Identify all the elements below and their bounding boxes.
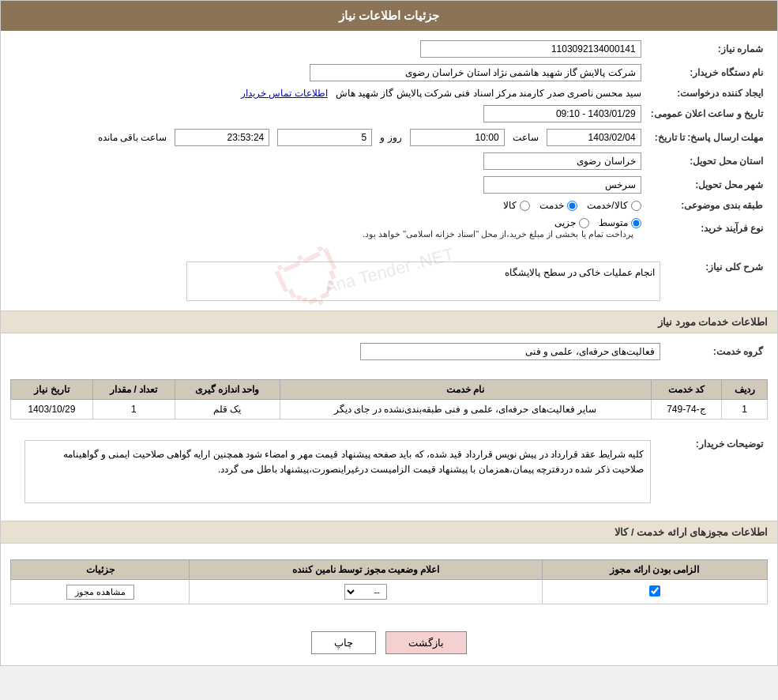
back-button[interactable]: بازگشت [385,631,467,654]
delivery-city-display: سرخس [483,176,641,194]
col-service-code: کد خدمت [651,380,721,400]
category-option-kala[interactable]: کالا [503,200,530,211]
response-days-label: روز و [380,132,401,143]
services-grid-header: ردیف کد خدمت نام خدمت واحد اندازه گیری ت… [11,380,768,400]
general-desc-label: شرح کلی نیاز: [665,255,768,307]
general-desc-display: انجام عملیات خاکی در سطح پالایشگاه [186,262,660,301]
purchase-type-row: نوع فرآیند خرید: متوسط جزیی پرداخت ت [10,214,768,243]
category-option-khedmat[interactable]: خدمت [539,200,577,211]
print-button[interactable]: چاپ [311,631,376,654]
delivery-city-value: سرخس [10,173,646,197]
purchase-type-value: متوسط جزیی پرداخت تمام یا بخشی از مبلغ خ… [10,214,646,243]
buyer-org-row: نام دستگاه خریدار: شرکت پالایش گاز شهید … [10,61,768,85]
delivery-province-value: خراسان رضوی [10,149,646,173]
response-time-label: ساعت [513,132,539,143]
delivery-city-row: شهر محل تحویل: سرخس [10,173,768,197]
permit-status-cell: -- دارم ندارم [190,580,543,604]
buyer-notes-label: توضیحات خریدار: [665,432,768,511]
service-group-display: فعالیت‌های حرفه‌ای، علمی و فنی [360,343,660,360]
general-desc-row: شرح کلی نیاز: انجام عملیات خاکی در سطح پ… [10,255,768,307]
page-header: جزئیات اطلاعات نیاز [1,1,777,31]
delivery-province-display: خراسان رضوی [483,152,641,170]
service-group-label: گروه خدمت: [665,340,768,363]
category-label: طبقه بندی موضوعی: [646,197,768,214]
col-permit-details: جزئیات [11,560,190,580]
permit-details-cell: مشاهده مجوز [11,580,190,604]
announce-datetime-value: 1403/01/29 - 09:10 [10,102,646,126]
permits-grid-header-row: الزامی بودن ارائه مجوز اعلام وضعیت مجوز … [11,560,768,580]
view-permit-button[interactable]: مشاهده مجوز [66,585,134,600]
services-section-header: اطلاعات خدمات مورد نیاز [1,310,777,333]
col-permit-status: اعلام وضعیت مجوز توسط نامین کننده [190,560,543,580]
col-radif: ردیف [722,380,768,400]
purchase-type-option-motavasset[interactable]: متوسط [599,217,641,228]
cell-service-code: ج-74-749 [651,400,721,420]
created-by-row: ایجاد کننده درخواست: سید محسن ناصری صدر … [10,85,768,102]
services-grid-header-row: ردیف کد خدمت نام خدمت واحد اندازه گیری ت… [11,380,768,400]
permit-table-row: -- دارم ندارم مشاهده مجوز [11,580,768,604]
buyer-notes-table: توضیحات خریدار: کلیه شرایط عقد قرارداد د… [10,432,768,511]
need-number-label: شماره نیاز: [646,37,768,61]
cell-date: 1403/10/29 [11,400,93,420]
contact-info-link[interactable]: اطلاعات تماس خریدار [241,88,328,99]
response-date-display: 1403/02/04 [547,129,641,146]
created-by-text: سید محسن ناصری صدر کارمند مرکز اسناد فنی… [336,88,641,99]
category-row: طبقه بندی موضوعی: کالا/خدمت خدمت [10,197,768,214]
col-unit: واحد اندازه گیری [175,380,280,400]
buyer-notes-row: توضیحات خریدار: کلیه شرایط عقد قرارداد د… [10,432,768,511]
main-info-section: شماره نیاز: 1103092134000141 نام دستگاه … [1,31,777,252]
response-remaining-label: ساعت باقی مانده [98,132,167,143]
delivery-city-label: شهر محل تحویل: [646,173,768,197]
permits-grid-body: -- دارم ندارم مشاهده مجوز [11,580,768,604]
buyer-org-label: نام دستگاه خریدار: [646,61,768,85]
permit-required-checkbox[interactable] [649,585,660,597]
category-radio-khedmat[interactable] [567,201,577,211]
announce-datetime-display: 1403/01/29 - 09:10 [483,105,641,122]
col-quantity: تعداد / مقدار [92,380,175,400]
service-group-value-cell: فعالیت‌های حرفه‌ای، علمی و فنی [10,340,665,363]
cell-unit: یک قلم [175,400,280,420]
page-wrapper: جزئیات اطلاعات نیاز شماره نیاز: 11030921… [0,0,778,666]
purchase-type-radio-motavasset[interactable] [631,218,641,228]
bottom-buttons: بازگشت چاپ [1,620,777,665]
announce-datetime-row: تاریخ و ساعت اعلان عمومی: 1403/01/29 - 0… [10,102,768,126]
spacer [1,544,777,553]
need-number-value: 1103092134000141 [10,37,646,61]
table-row: 1 ج-74-749 سایر فعالیت‌های حرفه‌ای، علمی… [11,400,768,420]
purchase-type-radio-group: متوسط جزیی [15,217,641,228]
need-number-row: شماره نیاز: 1103092134000141 [10,37,768,61]
info-table: شماره نیاز: 1103092134000141 نام دستگاه … [10,37,768,243]
need-number-display: 1103092134000141 [420,40,641,58]
category-value: کالا/خدمت خدمت کالا [10,197,646,214]
buyer-notes-value-cell: کلیه شرایط عقد قرارداد در پیش نویس قرارد… [10,432,665,511]
category-kala-khedmat-label: کالا/خدمت [587,200,627,211]
created-by-value: سید محسن ناصری صدر کارمند مرکز اسناد فنی… [10,85,646,102]
buyer-notes-display: کلیه شرایط عقد قرارداد در پیش نویس قرارد… [24,440,651,503]
buyer-org-value: شرکت پالایش گاز شهید هاشمی نژاد استان خر… [10,61,646,85]
purchase-type-note: پرداخت تمام یا بخشی از مبلغ خرید،از محل … [363,229,633,239]
purchase-type-radio-jozei[interactable] [579,218,589,228]
watermark-area: 🛡 Ana Tender .NET شرح کلی نیاز: انجام عم… [10,255,768,307]
purchase-type-motavasset-label: متوسط [599,217,628,228]
delivery-province-row: استان محل تحویل: خراسان رضوی [10,149,768,173]
created-by-label: ایجاد کننده درخواست: [646,85,768,102]
page-title: جزئیات اطلاعات نیاز [339,9,439,22]
category-radio-group: کالا/خدمت خدمت کالا [15,200,641,211]
permit-required-cell [542,580,767,604]
purchase-type-option-jozei[interactable]: جزیی [554,217,589,228]
response-deadline-value: 1403/02/04 ساعت 10:00 روز و 5 23:53:24 س… [10,126,646,149]
category-radio-kala[interactable] [520,201,530,211]
permit-status-select[interactable]: -- دارم ندارم [344,584,387,600]
response-deadline-row: مهلت ارسال پاسخ: تا تاریخ: 1403/02/04 سا… [10,126,768,149]
general-desc-value-cell: انجام عملیات خاکی در سطح پالایشگاه [10,255,665,307]
response-time-display: 10:00 [410,129,505,146]
col-date: تاریخ نیاز [11,380,93,400]
category-option-kala-khedmat[interactable]: کالا/خدمت [587,200,641,211]
response-remaining-display: 23:53:24 [175,129,269,146]
delivery-province-label: استان محل تحویل: [646,149,768,173]
category-kala-label: کالا [503,200,517,211]
permits-section-header: اطلاعات مجوزهای ارائه خدمت / کالا [1,521,777,544]
response-days-display: 5 [277,129,372,146]
category-radio-kala-khedmat[interactable] [631,201,641,211]
service-group-row: گروه خدمت: فعالیت‌های حرفه‌ای، علمی و فن… [10,340,768,363]
